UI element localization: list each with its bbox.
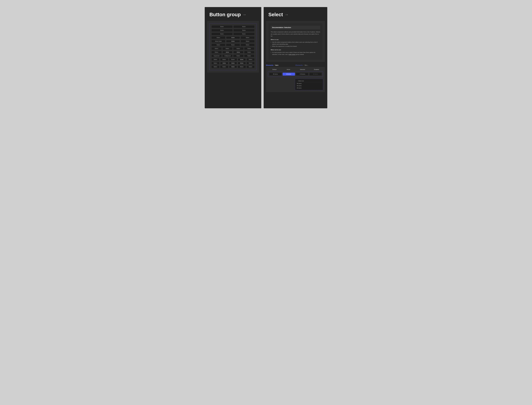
btn-r7-1[interactable]: Button — [211, 47, 222, 50]
btn-r11-a1[interactable]: Active — [220, 62, 228, 65]
state-items-container: All stores All stores ✓ All stores All s… — [268, 71, 323, 77]
state-hover-item[interactable]: All stores — [283, 73, 295, 76]
bc-elements-label: Elements — [266, 64, 273, 66]
dropdown-option-3[interactable]: All stores — [296, 87, 322, 89]
bc-sep-2: / — [304, 64, 304, 66]
header-selected: Selected — [296, 69, 309, 70]
dropdown-option-2[interactable]: All stores — [296, 85, 322, 87]
btn-r10-2[interactable]: Button — [220, 58, 228, 61]
btn-r7-2[interactable]: Button — [222, 47, 233, 50]
select-title-text: Select — [268, 12, 283, 17]
state-default-item[interactable]: All stores — [269, 73, 282, 76]
btn-r10-5[interactable]: Button — [247, 58, 255, 61]
btn-r8-1[interactable]: Button — [211, 51, 222, 54]
dropdown-preview-row: ← Select one All stores All stores All s… — [268, 79, 323, 90]
btn-r2-1[interactable]: Button — [211, 29, 233, 32]
when-to-use-list: Use the select component inside a form w… — [271, 41, 320, 47]
btn-r5-active[interactable]: Active — [226, 40, 240, 43]
btn-row-7: Button Button Button Button — [211, 47, 255, 50]
btn-r6-1[interactable]: Button — [211, 44, 225, 46]
btn-r12-2[interactable]: Button — [220, 66, 228, 68]
when-not-to-use-list: It is best practice not to use a select … — [271, 51, 320, 56]
bc-elements-bro: Elements / Bro... — [296, 64, 325, 66]
bc-item-label: Item — [275, 64, 278, 66]
btn-r12-a[interactable]: Active — [229, 66, 237, 68]
header-hover: Hover — [282, 69, 295, 70]
btn-r12-5[interactable]: Button — [247, 66, 255, 68]
btn-r8-a2[interactable]: Active — [233, 51, 243, 54]
when-to-use-item-2: When the experience is mostly form-based… — [271, 45, 320, 47]
btn-r8-a1[interactable]: Active — [222, 51, 233, 54]
header-default: Default — [268, 69, 281, 70]
state-disabled-item: All stores — [309, 73, 322, 76]
panel-title: Button group → — [209, 12, 256, 17]
btn-r3-1[interactable]: Button — [211, 33, 233, 35]
btn-r6-3[interactable]: Button — [241, 44, 255, 46]
btn-row-1: Button Button — [211, 25, 255, 28]
btn-r4-active[interactable]: Active — [226, 36, 240, 39]
btn-row-2: Button Button — [211, 29, 255, 32]
title-text: Button group — [209, 12, 241, 17]
btn-r5-1[interactable]: Active Goals — [211, 40, 225, 43]
btn-r4-3[interactable]: Button — [241, 36, 255, 39]
btn-r12-4[interactable]: Button — [238, 66, 246, 68]
select-panel-title: Select → — [268, 12, 323, 17]
breadcrumb-left: Elements / Item — [266, 64, 296, 66]
when-to-use-item-1: Use the select component inside a form w… — [271, 41, 320, 45]
btn-r2-2[interactable]: Button — [233, 29, 255, 32]
select-title-arrow: → — [284, 12, 289, 17]
when-not-to-use-item-1: It is best practice not to use a select … — [271, 51, 320, 56]
btn-r9-3[interactable]: Button — [233, 54, 243, 57]
dropdown-option-select[interactable]: ← Select one — [296, 80, 322, 82]
breadcrumb-row: Elements / Item Elements / Bro... — [264, 64, 327, 67]
btn-r11-a3[interactable]: Active — [238, 62, 246, 65]
doc-section: Documentation: Selection The select comp… — [266, 21, 325, 62]
btn-r6-2[interactable]: Button — [226, 44, 240, 46]
title-arrow: → — [242, 12, 246, 17]
btn-r1-1[interactable]: Button — [211, 25, 233, 28]
when-not-to-use-title: When not to use: — [271, 49, 320, 51]
state-headers: Default Hover Selected Disabled — [268, 69, 323, 70]
btn-row-12: Button Button Active Button Button — [211, 66, 255, 68]
doc-card: Documentation: Selection The select comp… — [268, 23, 323, 60]
header-disabled: Disabled — [310, 69, 323, 70]
btn-expand-all[interactable]: Expand all — [211, 54, 222, 57]
dropdown-open-preview: ← Select one All stores All stores All s… — [295, 79, 323, 90]
btn-r11-1[interactable]: Button — [211, 62, 220, 65]
btn-r12-1[interactable]: Button — [211, 66, 220, 68]
btn-r8-4[interactable]: Button — [244, 51, 255, 54]
btn-row-8: Button Active Active Button — [211, 51, 255, 54]
btn-row-6: Button Button Button — [211, 44, 255, 46]
states-section: Default Hover Selected Disabled All stor… — [266, 67, 325, 92]
btn-r5-3[interactable]: Button — [241, 40, 255, 43]
btn-collapse-all[interactable]: Collapse all — [222, 54, 233, 57]
btn-r7-3[interactable]: Button — [233, 47, 243, 50]
btn-row-4: Button Active Button — [211, 36, 255, 39]
button-group-content: Button Button Button Button Button Butto… — [207, 21, 259, 73]
btn-r4-1[interactable]: Button — [211, 36, 225, 39]
btn-row-11: Button Active Active Active Button — [211, 62, 255, 65]
panel-header: Button group → — [205, 7, 261, 21]
btn-row-10: Button Button Button Active Button — [211, 58, 255, 61]
btn-r10-1[interactable]: Button — [211, 58, 220, 61]
bc-bro-label: Bro... — [305, 64, 309, 66]
button-group-panel: Button group → Button Button Button Butt… — [205, 7, 261, 108]
bc-sep-1: / — [274, 64, 275, 66]
btn-r11-5[interactable]: Button — [247, 62, 255, 65]
select-panel-header: Select → — [264, 7, 327, 21]
dropdown-option-1[interactable]: All stores — [296, 82, 322, 85]
when-to-use-title: When to use: — [271, 39, 320, 40]
select-panel: Select → Documentation: Selection The se… — [264, 7, 327, 108]
btn-r11-a2[interactable]: Active — [229, 62, 237, 65]
btn-r10-a[interactable]: Active — [238, 58, 246, 61]
btn-r1-2[interactable]: Button — [233, 25, 255, 28]
btn-r9-4[interactable]: Button — [244, 54, 255, 57]
btn-r3-2[interactable]: Button — [233, 33, 255, 35]
btn-r7-4[interactable]: Button — [244, 47, 255, 50]
btn-r10-3[interactable]: Button — [229, 58, 237, 61]
btn-row-3: Button Button — [211, 33, 255, 35]
dropdown-placeholder-area — [268, 79, 294, 90]
btn-row-9: Expand all Collapse all Button Button — [211, 54, 255, 57]
state-selected-item[interactable]: ✓ All stores — [296, 73, 308, 76]
breadcrumb-right: Elements / Bro... — [296, 64, 325, 66]
